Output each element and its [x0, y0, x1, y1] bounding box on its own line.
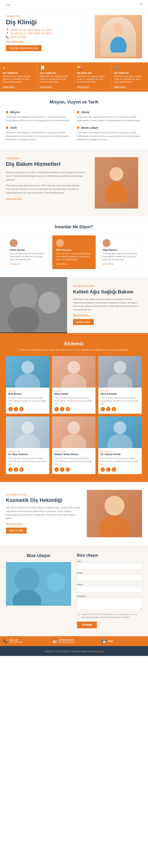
- mission-bottom-title-0: Tarih: [10, 126, 17, 129]
- mission-bottom-dot-1: [77, 127, 79, 129]
- phone-icon: 📞: [6, 36, 9, 38]
- service-icon-1: 🦷: [40, 66, 71, 71]
- service-card-1: 🦷 GÜZ TEMİZLİĞİ Nulla lorem nisl, alique…: [37, 62, 74, 92]
- social-yt-3[interactable]: ▶: [19, 467, 24, 472]
- team-card-5: PRAKTİSYEN Dr. Adrian Scold Proin sed od…: [98, 416, 142, 474]
- svg-point-7: [38, 292, 60, 314]
- svg-point-8: [21, 361, 34, 374]
- service-link-2[interactable]: DAHA FAZLA: [77, 86, 89, 88]
- team-card-name-3: Dr. May Dowson: [8, 453, 47, 456]
- social-tw-2[interactable]: t: [106, 407, 111, 411]
- online-reservation-button[interactable]: ONLİNE REZERVASYON: [6, 45, 42, 51]
- social-tw-1[interactable]: t: [60, 407, 64, 411]
- testimonial-text-1: Proin sed odio ut leo accumsan lobortis.…: [56, 252, 92, 261]
- service-link-1[interactable]: DAHA FAZLA: [40, 86, 52, 88]
- mission-text-1: Nulla lorem nisl, aliquet sit amet ornar…: [77, 115, 142, 122]
- email-input[interactable]: [77, 575, 142, 581]
- svg-point-12: [114, 361, 126, 374]
- social-tw-3[interactable]: t: [14, 467, 18, 472]
- svg-point-19: [107, 434, 132, 448]
- testimonials-grid: Violet Jansen Proin sed odio ut leo accu…: [6, 235, 142, 269]
- social-yt-2[interactable]: ▶: [112, 407, 116, 411]
- bottom-bar-item-1[interactable]: 📅 E-POSTA YAZIN info@example.com: [49, 636, 99, 646]
- team-card-role-2: DOKTOR: [101, 390, 139, 392]
- cosmetic-title: Kozmetik Diş Hekimliği: [6, 497, 81, 503]
- social-yt-4[interactable]: ▶: [65, 467, 70, 472]
- location-icon2: 📍: [6, 32, 9, 35]
- hero-address2: 📍 341 W 57th ST. YENİ YORK, NY 10022: [6, 32, 91, 35]
- social-fb-3[interactable]: f: [8, 467, 12, 472]
- about-image: [91, 157, 142, 209]
- bottom-bar-item-0[interactable]: 📞 CALL US (212) 123-4567: [0, 636, 49, 646]
- service-desc-1: Nulla lorem nisl, aliquet sit amet, orna…: [40, 75, 71, 83]
- bottom-icon-1: 📅: [53, 639, 57, 643]
- team-card-role-3: PRAKTİSYEN: [8, 451, 47, 452]
- social-tw-5[interactable]: t: [106, 467, 111, 472]
- service-title-2: DİŞ BOŞLUĞU: [77, 72, 108, 74]
- about-label: HAKKIMIZDA: [6, 157, 85, 159]
- service-link-3[interactable]: DAHA FAZLA: [114, 86, 126, 88]
- team-card-0: DOKTOR Bob Brown Proin sed odio ut leo a…: [6, 356, 49, 414]
- service-icon-2: 💊: [77, 66, 108, 71]
- email-label: Email: [77, 571, 142, 574]
- submit-button[interactable]: GÖNDER: [77, 622, 97, 628]
- footer-text: Copyright © 2024 Diş Kliniği. Tüm haklar…: [45, 650, 103, 652]
- oral-health-link[interactable]: Tam resmi Frenk: [73, 314, 142, 316]
- team-card-social-4: f t ▶: [55, 467, 93, 472]
- svg-point-11: [61, 374, 86, 388]
- team-card-name-2: Nick Karanlık: [101, 392, 139, 395]
- service-link-0[interactable]: DAHA FAZLA: [3, 86, 15, 88]
- service-card-2: 💊 DİŞ BOŞLUĞU Nulla lorem nisl, aliquet …: [74, 62, 111, 92]
- service-title-3: DİŞ TEMİZLİĞİ: [114, 72, 145, 74]
- social-yt-5[interactable]: ▶: [112, 467, 116, 472]
- social-fb-0[interactable]: f: [8, 407, 12, 411]
- svg-point-3: [106, 182, 127, 203]
- social-tw-4[interactable]: t: [60, 467, 64, 472]
- social-fb-1[interactable]: f: [55, 407, 59, 411]
- footer-link[interactable]: Frenk: [98, 650, 103, 652]
- team-card-role-4: PRAKTİSYEN: [55, 451, 93, 452]
- service-icon-3: 🩺: [114, 66, 145, 71]
- about-content: HAKKIMIZDA Diş Bakım Hizmetleri Egestas …: [6, 157, 91, 209]
- privacy-checkbox[interactable]: [77, 613, 80, 616]
- bottom-text-area-2: SAVE: [108, 640, 113, 642]
- social-yt-0[interactable]: ▶: [19, 407, 24, 411]
- team-card-social-0: f t ▶: [8, 407, 47, 411]
- team-card-name-5: Dr. Adrian Scold: [101, 453, 139, 456]
- team-card-social-1: f t ▶: [55, 407, 93, 411]
- about-link[interactable]: Tam resmi Frenk: [6, 197, 22, 200]
- svg-point-17: [61, 434, 86, 448]
- social-fb-5[interactable]: f: [101, 467, 105, 472]
- contact-image-area: Bize Ulaşın: [6, 553, 77, 628]
- hamburger-icon[interactable]: ≡: [140, 2, 142, 6]
- social-fb-4[interactable]: f: [55, 467, 59, 472]
- hero-view-link[interactable]: Tam resmi Frenk: [6, 40, 91, 43]
- bottom-bar: 📞 CALL US (212) 123-4567 📅 E-POSTA YAZIN…: [0, 636, 148, 646]
- mission-bottom-title-1: Bizim Lokam: [81, 126, 98, 129]
- mission-bottom-text-0: Nulla lorem nisl, aliquet sit amet ornar…: [6, 131, 71, 142]
- oral-health-btn[interactable]: BİZE ULAŞIN: [73, 319, 94, 325]
- cosmetic-link[interactable]: Tam resmi Frenk: [6, 523, 81, 525]
- team-card-1: DOKTOR Mary Smith Proin sed odio ut leo …: [52, 356, 95, 414]
- svg-point-2: [110, 167, 123, 181]
- hero-title: Diş Kliniği: [6, 19, 91, 26]
- svg-point-16: [67, 421, 80, 434]
- testimonial-stars-2: ★★★★★: [102, 262, 138, 266]
- bottom-bar-item-2[interactable]: 💾 SAVE: [99, 636, 148, 646]
- service-title-1: GÜZ TEMİZLİĞİ: [40, 72, 71, 74]
- social-yt-1[interactable]: ▶: [65, 407, 70, 411]
- mission-top-grid: Misyon Nulla lorem nisl, aliquet sit ame…: [6, 111, 142, 122]
- name-input[interactable]: [77, 563, 142, 569]
- testimonials-title: İnsanlar Ne Diyor?: [6, 224, 142, 229]
- social-fb-2[interactable]: f: [101, 407, 105, 411]
- phone-input[interactable]: [77, 586, 142, 593]
- cosmetic-btn[interactable]: BİZE ULAŞIN: [6, 528, 27, 533]
- team-card-img-0: [6, 356, 49, 388]
- social-tw-0[interactable]: t: [14, 407, 18, 411]
- testimonial-name-1: Nick Jhansen: [56, 249, 92, 251]
- doctor-silhouette: [101, 17, 136, 57]
- message-input[interactable]: [77, 598, 142, 610]
- bottom-text-area-1: E-POSTA YAZIN info@example.com: [58, 639, 76, 643]
- testimonial-avatar-0: [10, 239, 18, 247]
- cosmetic-image: [87, 490, 142, 537]
